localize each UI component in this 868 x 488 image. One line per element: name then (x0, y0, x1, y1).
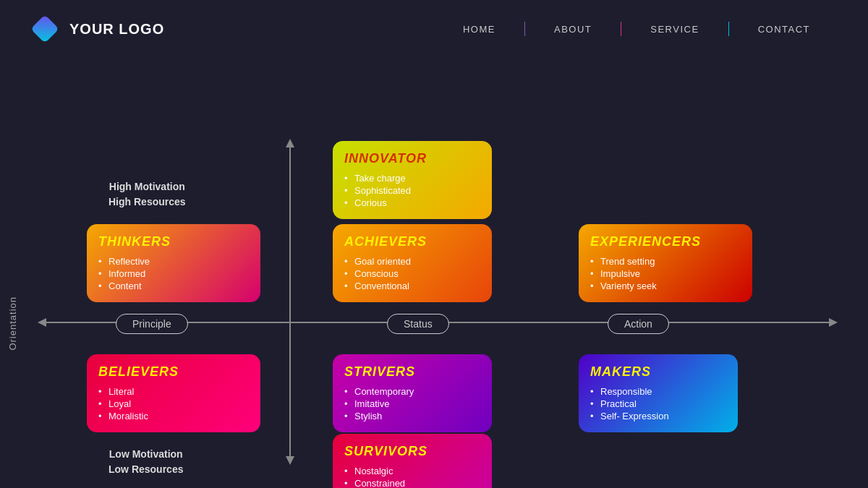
card-believers-list: Literal Loyal Moralistic (98, 385, 249, 422)
nav-service[interactable]: SERVICE (621, 24, 728, 35)
list-item: Trend setting (590, 255, 741, 267)
svg-rect-0 (30, 14, 59, 43)
nav-contact[interactable]: CONTACT (729, 24, 839, 35)
card-achievers: ACHIEVERS Goal oriented Conscious Conven… (333, 224, 492, 302)
label-principle: Principle (116, 314, 188, 334)
label-action: Action (608, 314, 669, 334)
card-survivors: SURVIVORS Nostalgic Constrained Cautious (333, 434, 492, 488)
nav-about[interactable]: ABOUT (525, 24, 621, 35)
nav-home[interactable]: HOME (434, 24, 524, 35)
card-innovator: INNOVATOR Take charge Sophisticated Cori… (333, 141, 492, 219)
card-thinkers-list: Reflective Informed Content (98, 255, 249, 292)
main-nav: HOME ABOUT SERVICE CONTACT (434, 22, 839, 36)
list-item: Content (98, 280, 249, 292)
list-item: Varienty seek (590, 280, 741, 292)
card-makers-title: MAKERS (590, 364, 726, 380)
card-achievers-list: Goal oriented Conscious Conventional (344, 255, 480, 292)
list-item: Reflective (98, 255, 249, 267)
label-status: Status (387, 314, 449, 334)
card-believers-title: BELIEVERS (98, 364, 249, 380)
chart-area: Orientation Principle Status Action High… (0, 65, 868, 488)
low-motivation-label: Low Motivation Low Resources (109, 447, 183, 477)
card-survivors-title: SURVIVORS (344, 444, 480, 459)
card-strivers-list: Contemporary Imitative Stylish (344, 385, 480, 422)
card-strivers-title: STRIVERS (344, 364, 480, 380)
card-believers: BELIEVERS Literal Loyal Moralistic (87, 354, 260, 432)
card-innovator-title: INNOVATOR (344, 151, 480, 166)
list-item: Take charge (344, 172, 480, 184)
card-innovator-list: Take charge Sophisticated Corious (344, 172, 480, 209)
list-item: Conventional (344, 280, 480, 292)
list-item: Nostalgic (344, 465, 480, 477)
card-experiencers: EXPERIENCERS Trend setting Impulsive Var… (579, 224, 752, 302)
card-makers-list: Responsible Practical Self- Expression (590, 385, 726, 422)
logo-area: YOUR LOGO (29, 13, 164, 45)
card-survivors-list: Nostalgic Constrained Cautious (344, 465, 480, 488)
card-experiencers-list: Trend setting Impulsive Varienty seek (590, 255, 741, 292)
vertical-axis (289, 145, 291, 459)
list-item: Stylish (344, 410, 480, 422)
list-item: Loyal (98, 398, 249, 410)
card-strivers: STRIVERS Contemporary Imitative Stylish (333, 354, 492, 432)
list-item: Informed (98, 267, 249, 280)
list-item: Impulsive (590, 267, 741, 280)
list-item: Constrained (344, 477, 480, 488)
logo-text: YOUR LOGO (69, 21, 164, 38)
card-thinkers-title: THINKERS (98, 234, 249, 249)
card-thinkers: THINKERS Reflective Informed Content (87, 224, 260, 302)
card-experiencers-title: EXPERIENCERS (590, 234, 741, 249)
list-item: Corious (344, 197, 480, 209)
list-item: Imitative (344, 398, 480, 410)
list-item: Literal (98, 385, 249, 398)
list-item: Practical (590, 398, 726, 410)
header: YOUR LOGO HOME ABOUT SERVICE CONTACT (0, 0, 868, 58)
list-item: Moralistic (98, 410, 249, 422)
orientation-label: Orientation (7, 296, 18, 351)
list-item: Goal oriented (344, 255, 480, 267)
list-item: Contemporary (344, 385, 480, 398)
logo-icon (29, 13, 61, 45)
list-item: Responsible (590, 385, 726, 398)
list-item: Sophisticated (344, 184, 480, 197)
high-motivation-label: High Motivation High Resources (109, 179, 186, 210)
list-item: Self- Expression (590, 410, 726, 422)
card-makers: MAKERS Responsible Practical Self- Expre… (579, 354, 738, 432)
list-item: Conscious (344, 267, 480, 280)
card-achievers-title: ACHIEVERS (344, 234, 480, 249)
